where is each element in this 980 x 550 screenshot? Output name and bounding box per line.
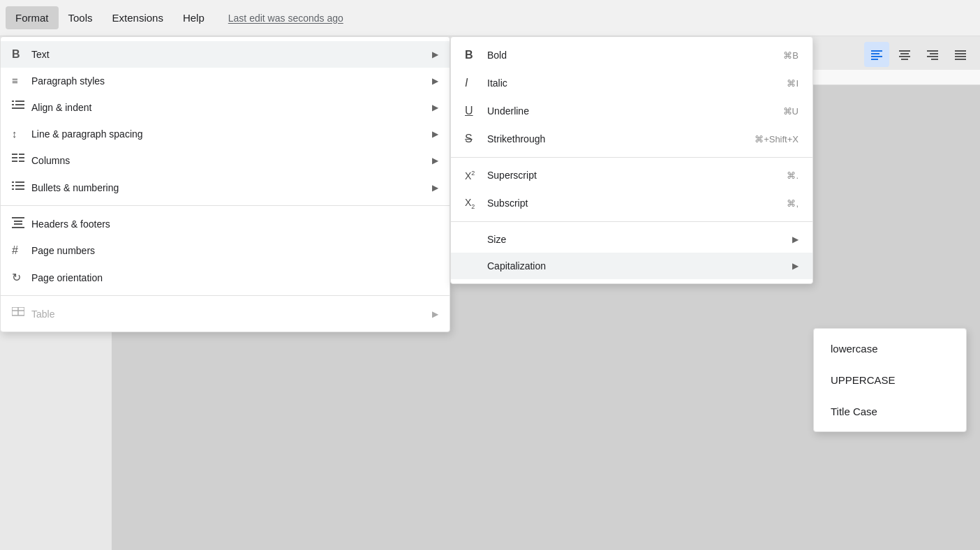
svg-rect-9 (930, 53, 938, 54)
svg-rect-25 (12, 161, 17, 162)
svg-rect-34 (14, 221, 22, 222)
align-indent-icon (12, 101, 24, 112)
svg-rect-19 (15, 104, 24, 105)
last-edit-status: Last edit was seconds ago (228, 13, 343, 24)
format-menu-bullets[interactable]: Bullets & numbering ▶ (1, 174, 450, 201)
underline-icon: U (465, 105, 487, 117)
svg-rect-33 (12, 217, 24, 218)
align-icon (12, 101, 31, 114)
subscript-shortcut: ⌘, (787, 198, 799, 209)
svg-rect-10 (927, 56, 938, 57)
submenu-capitalization[interactable]: Capitalization ▶ (451, 253, 812, 279)
menu-help[interactable]: Help (173, 6, 214, 29)
strikethrough-shortcut: ⌘+Shift+X (755, 134, 799, 144)
columns-icon (12, 154, 31, 167)
format-menu-columns[interactable]: Columns ▶ (1, 147, 450, 174)
text-submenu: B Bold ⌘B I Italic ⌘I U Underline ⌘U S S… (450, 36, 813, 284)
submenu-italic[interactable]: I Italic ⌘I (451, 69, 812, 97)
paragraph-label: Paragraph styles (31, 75, 432, 87)
format-menu-page-orient[interactable]: ↻ Page orientation (1, 264, 450, 291)
format-menu-align[interactable]: Align & indent ▶ (1, 94, 450, 121)
submenu-subscript[interactable]: X2 Subscript ⌘, (451, 189, 812, 218)
cap-uppercase[interactable]: UPPERCASE (814, 364, 966, 396)
cap-arrow-icon: ▶ (792, 261, 799, 271)
menu-format[interactable]: Format (6, 6, 59, 29)
svg-rect-27 (12, 181, 14, 183)
paragraph-icon: ≡ (12, 75, 31, 87)
svg-rect-2 (871, 56, 882, 57)
bold-label: Bold (487, 50, 783, 61)
table-label: Table (31, 309, 432, 320)
submenu-size[interactable]: Size ▶ (451, 226, 812, 253)
align-left-button[interactable] (864, 42, 889, 67)
align-justify-button[interactable] (948, 42, 973, 67)
submenu-underline[interactable]: U Underline ⌘U (451, 97, 812, 125)
menu-bar: Format Tools Extensions Help Last edit w… (0, 0, 980, 36)
align-label: Align & indent (31, 102, 432, 113)
bullets-icon (12, 181, 31, 194)
paragraph-arrow-icon: ▶ (432, 76, 438, 86)
format-menu: B Text ▶ ≡ Paragraph styles ▶ Align & in… (0, 36, 450, 332)
italic-shortcut: ⌘I (787, 78, 799, 89)
bold-shortcut: ⌘B (783, 50, 799, 61)
align-left-icon (870, 47, 884, 61)
spacing-icon: ↕ (12, 128, 31, 140)
bullets-svg-icon (12, 181, 24, 192)
svg-rect-22 (19, 154, 24, 155)
cap-titlecase[interactable]: Title Case (814, 396, 966, 427)
align-center-button[interactable] (892, 42, 917, 67)
spacing-label: Line & paragraph spacing (31, 128, 432, 140)
table-arrow-icon: ▶ (432, 309, 438, 319)
format-text-label: Text (31, 49, 432, 60)
size-label: Size (487, 234, 792, 245)
page-orient-icon: ↻ (12, 271, 31, 284)
svg-rect-16 (12, 101, 14, 102)
format-menu-headers[interactable]: Headers & footers (1, 210, 450, 237)
svg-rect-15 (955, 59, 966, 60)
underline-label: Underline (487, 105, 783, 117)
spacing-arrow-icon: ▶ (432, 129, 438, 139)
svg-rect-7 (901, 59, 908, 60)
cap-lowercase[interactable]: lowercase (814, 333, 966, 364)
format-menu-page-numbers[interactable]: # Page numbers (1, 237, 450, 264)
cap-submenu: lowercase UPPERCASE Title Case (813, 328, 967, 432)
format-menu-paragraph[interactable]: ≡ Paragraph styles ▶ (1, 68, 450, 94)
svg-rect-6 (899, 56, 910, 57)
divider-2 (1, 295, 450, 296)
format-menu-table[interactable]: Table ▶ (1, 300, 450, 327)
format-menu-text[interactable]: B Text ▶ (1, 41, 450, 68)
svg-rect-12 (955, 50, 966, 52)
svg-rect-4 (899, 50, 910, 52)
titlecase-label: Title Case (831, 406, 877, 417)
columns-svg-icon (12, 154, 24, 165)
align-right-button[interactable] (920, 42, 945, 67)
strikethrough-label: Strikethrough (487, 133, 755, 144)
submenu-superscript[interactable]: X2 Superscript ⌘. (451, 162, 812, 189)
menu-extensions[interactable]: Extensions (103, 6, 173, 29)
size-arrow-icon: ▶ (792, 235, 799, 244)
svg-rect-13 (955, 53, 966, 54)
text-divider-1 (451, 157, 812, 158)
svg-rect-0 (871, 50, 882, 52)
text-arrow-icon: ▶ (432, 50, 438, 59)
format-menu-spacing[interactable]: ↕ Line & paragraph spacing ▶ (1, 121, 450, 147)
svg-rect-24 (19, 157, 24, 158)
superscript-icon: X2 (465, 170, 487, 181)
bullets-label: Bullets & numbering (31, 182, 432, 193)
svg-rect-26 (19, 161, 24, 162)
svg-rect-3 (871, 59, 878, 60)
align-right-icon (926, 47, 940, 61)
svg-rect-21 (12, 154, 17, 155)
svg-rect-36 (12, 227, 24, 228)
italic-icon: I (465, 77, 487, 89)
menu-tools[interactable]: Tools (59, 6, 103, 29)
submenu-strikethrough[interactable]: S Strikethrough ⌘+Shift+X (451, 125, 812, 153)
lowercase-label: lowercase (831, 343, 878, 355)
text-bold-icon: B (12, 48, 31, 61)
page-numbers-icon: # (12, 244, 31, 257)
svg-rect-29 (12, 185, 14, 186)
toolbar-right (864, 42, 973, 67)
divider-1 (1, 205, 450, 206)
submenu-bold[interactable]: B Bold ⌘B (451, 41, 812, 69)
svg-rect-32 (15, 188, 24, 190)
